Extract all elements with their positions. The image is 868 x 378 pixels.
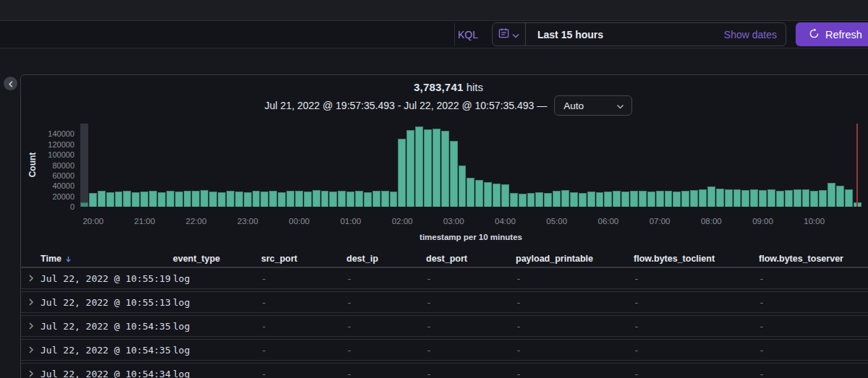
histogram-bar-slot[interactable] <box>553 124 561 207</box>
histogram-bar-slot[interactable] <box>699 124 707 207</box>
histogram-bar[interactable] <box>647 192 655 207</box>
histogram-bar-slot[interactable] <box>639 124 647 207</box>
histogram-bar[interactable] <box>733 189 741 207</box>
column-header-flow-bytes-toserver[interactable]: flow.bytes_toserver <box>759 254 868 264</box>
histogram-bar-slot[interactable] <box>89 124 97 207</box>
refresh-button[interactable]: Refresh <box>796 22 868 46</box>
histogram-bar-slot[interactable] <box>390 124 398 207</box>
histogram-bar-slot[interactable] <box>785 124 793 207</box>
date-quick-select-button[interactable] <box>493 23 526 46</box>
expand-row-button[interactable] <box>21 292 41 312</box>
histogram-bar-slot[interactable] <box>80 124 88 207</box>
histogram-bar[interactable] <box>741 190 749 207</box>
histogram-bar[interactable] <box>450 141 458 207</box>
kql-button[interactable]: KQL <box>454 23 481 46</box>
expand-row-button[interactable] <box>21 364 41 378</box>
histogram-bar[interactable] <box>776 191 784 207</box>
histogram-bar[interactable] <box>433 129 441 207</box>
histogram-bar[interactable] <box>750 189 758 207</box>
histogram-bar-slot[interactable] <box>278 124 286 207</box>
histogram-bar-slot[interactable] <box>321 124 329 207</box>
histogram-bar[interactable] <box>553 191 561 207</box>
histogram-bar-slot[interactable] <box>218 124 226 207</box>
histogram-bar-slot[interactable] <box>827 124 835 207</box>
histogram-bar[interactable] <box>269 191 277 207</box>
histogram-bar[interactable] <box>690 190 698 207</box>
search-input[interactable] <box>0 21 454 48</box>
histogram-bar[interactable] <box>845 189 853 207</box>
histogram-bar-slot[interactable] <box>759 124 767 207</box>
histogram-bar-slot[interactable] <box>621 124 629 207</box>
histogram-bar[interactable] <box>665 191 673 207</box>
histogram-bar[interactable] <box>364 192 372 207</box>
histogram-bar-slot[interactable] <box>544 124 552 207</box>
histogram-bar-slot[interactable] <box>733 124 741 207</box>
column-header-src-port[interactable]: src_port <box>261 254 346 264</box>
histogram-bar-slot[interactable] <box>252 124 260 207</box>
histogram-bar-slot[interactable] <box>364 124 372 207</box>
histogram-bar[interactable] <box>226 191 234 207</box>
histogram-bar-slot[interactable] <box>407 124 414 207</box>
histogram-bar-slot[interactable] <box>570 124 578 207</box>
histogram-bar[interactable] <box>570 192 578 207</box>
histogram-bar[interactable] <box>759 190 767 207</box>
histogram-bar-slot[interactable] <box>604 124 612 207</box>
histogram-bar[interactable] <box>355 191 363 207</box>
histogram-bar[interactable] <box>707 186 715 207</box>
histogram-bar[interactable] <box>132 192 140 207</box>
histogram-bar[interactable] <box>218 192 226 207</box>
histogram-bar[interactable] <box>260 192 268 207</box>
histogram-bar-slot[interactable] <box>467 124 475 207</box>
histogram-bar[interactable] <box>295 191 303 207</box>
show-dates-link[interactable]: Show dates <box>724 23 786 46</box>
column-header-event-type[interactable]: event_type <box>173 254 261 264</box>
histogram-bar-slot[interactable] <box>845 124 853 207</box>
column-header-payload-printable[interactable]: payload_printable <box>516 254 634 264</box>
time-range-display[interactable]: Last 15 hours <box>526 23 724 46</box>
histogram-bar[interactable] <box>484 182 492 207</box>
histogram-bar[interactable] <box>827 183 835 207</box>
histogram-bar-slot[interactable] <box>226 124 234 207</box>
histogram-bar-slot[interactable] <box>115 124 123 207</box>
histogram-bar[interactable] <box>166 191 174 207</box>
histogram-bar-slot[interactable] <box>123 124 131 207</box>
histogram-bar[interactable] <box>209 192 217 207</box>
histogram-bar-slot[interactable] <box>596 124 604 207</box>
collapse-sidebar-button[interactable] <box>4 77 17 90</box>
column-header-dest-ip[interactable]: dest_ip <box>346 254 426 264</box>
histogram-bar-slot[interactable] <box>725 124 733 207</box>
histogram-bar-slot[interactable] <box>527 124 535 207</box>
histogram-bar-slot[interactable] <box>475 124 483 207</box>
histogram-bar[interactable] <box>184 191 192 207</box>
histogram-bar[interactable] <box>519 194 527 207</box>
histogram-bar-slot[interactable] <box>355 124 363 207</box>
histogram-bar[interactable] <box>587 192 595 207</box>
histogram-bar-slot[interactable] <box>235 124 243 207</box>
histogram-bar[interactable] <box>810 191 818 207</box>
histogram-bar[interactable] <box>373 191 380 207</box>
histogram-bar[interactable] <box>398 139 406 207</box>
histogram-bar-slot[interactable] <box>484 124 492 207</box>
histogram-bar[interactable] <box>793 189 801 207</box>
histogram-bar-slot[interactable] <box>424 124 432 207</box>
histogram-bar-slot[interactable] <box>665 124 673 207</box>
histogram-bar[interactable] <box>424 129 432 207</box>
histogram-bar[interactable] <box>192 191 200 207</box>
histogram-bar-slot[interactable] <box>166 124 174 207</box>
histogram-bar-slot[interactable] <box>707 124 715 207</box>
histogram-bar-slot[interactable] <box>630 124 638 207</box>
histogram-bar-slot[interactable] <box>519 124 527 207</box>
histogram-bar-slot[interactable] <box>647 124 655 207</box>
histogram-bar[interactable] <box>527 193 535 207</box>
histogram-bar[interactable] <box>381 191 389 207</box>
histogram-bar[interactable] <box>106 192 114 207</box>
histogram-bar-slot[interactable] <box>819 124 827 207</box>
histogram-bar[interactable] <box>501 184 509 207</box>
histogram-bar[interactable] <box>235 192 243 207</box>
interval-select[interactable]: Auto <box>554 95 632 116</box>
histogram-bar[interactable] <box>175 192 183 207</box>
histogram-bar[interactable] <box>304 192 312 207</box>
histogram-bar[interactable] <box>836 186 844 207</box>
histogram-bar[interactable] <box>656 191 664 207</box>
histogram-bar[interactable] <box>115 192 123 207</box>
